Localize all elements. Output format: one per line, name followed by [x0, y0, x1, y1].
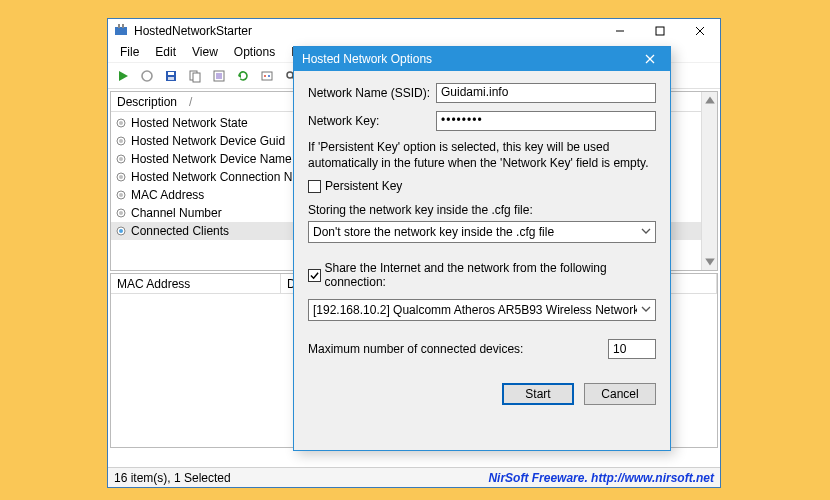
- store-value: Don't store the network key inside the .…: [313, 225, 554, 239]
- statusbar: 16 item(s), 1 Selected NirSoft Freeware.…: [108, 467, 720, 487]
- svg-rect-1: [118, 24, 120, 28]
- dialog-title: Hosted Network Options: [302, 52, 432, 66]
- list-item-label: Hosted Network Device Name: [131, 152, 292, 166]
- share-checkbox[interactable]: Share the Internet and the network from …: [308, 261, 656, 289]
- list-item-label: Channel Number: [131, 206, 222, 220]
- list-item-label: Hosted Network Device Guid: [131, 134, 285, 148]
- menu-view[interactable]: View: [184, 43, 226, 62]
- options-icon[interactable]: [256, 65, 278, 87]
- col-divider: /: [189, 95, 192, 109]
- menu-file[interactable]: File: [112, 43, 147, 62]
- svg-point-31: [119, 157, 123, 161]
- svg-point-8: [142, 71, 152, 81]
- store-label: Storing the network key inside the .cfg …: [308, 203, 656, 217]
- list-item-label: Hosted Network Connection Name: [131, 170, 316, 184]
- adapter-select[interactable]: [192.168.10.2] Qualcomm Atheros AR5B93 W…: [308, 299, 656, 321]
- col-description: Description: [117, 95, 177, 109]
- app-icon: [113, 23, 129, 39]
- radio-icon: [115, 135, 127, 147]
- stop-icon[interactable]: [136, 65, 158, 87]
- list-item-label: Connected Clients: [131, 224, 229, 238]
- adapter-value: [192.168.10.2] Qualcomm Atheros AR5B93 W…: [313, 303, 637, 317]
- dialog-titlebar: Hosted Network Options: [294, 47, 670, 71]
- persistent-label: Persistent Key: [325, 179, 402, 193]
- play-icon[interactable]: [112, 65, 134, 87]
- titlebar: HostedNetworkStarter: [108, 19, 720, 43]
- menu-options[interactable]: Options: [226, 43, 283, 62]
- radio-icon: [115, 171, 127, 183]
- chevron-down-icon: [641, 228, 651, 236]
- maximize-button[interactable]: [640, 19, 680, 43]
- col-mac[interactable]: MAC Address: [111, 274, 281, 293]
- radio-icon: [115, 207, 127, 219]
- properties-icon[interactable]: [208, 65, 230, 87]
- store-select[interactable]: Don't store the network key inside the .…: [308, 221, 656, 243]
- svg-point-21: [268, 75, 270, 77]
- svg-point-39: [119, 229, 123, 233]
- ssid-input[interactable]: Guidami.info: [436, 83, 656, 103]
- dialog-close-button[interactable]: [630, 47, 670, 71]
- svg-rect-11: [168, 77, 174, 80]
- max-label: Maximum number of connected devices:: [308, 342, 608, 356]
- ssid-label: Network Name (SSID):: [308, 86, 436, 100]
- close-button[interactable]: [680, 19, 720, 43]
- window-title: HostedNetworkStarter: [134, 24, 600, 38]
- svg-marker-41: [705, 258, 715, 265]
- svg-point-20: [264, 75, 266, 77]
- radio-icon: [115, 117, 127, 129]
- close-icon: [645, 54, 655, 64]
- key-label: Network Key:: [308, 114, 436, 128]
- svg-rect-2: [122, 24, 124, 28]
- svg-marker-7: [119, 71, 128, 81]
- menu-edit[interactable]: Edit: [147, 43, 184, 62]
- share-label: Share the Internet and the network from …: [325, 261, 656, 289]
- svg-point-35: [119, 193, 123, 197]
- start-button[interactable]: Start: [502, 383, 574, 405]
- persistent-checkbox[interactable]: Persistent Key: [308, 179, 656, 193]
- list-item-label: MAC Address: [131, 188, 204, 202]
- radio-icon: [115, 153, 127, 165]
- svg-rect-0: [115, 27, 127, 35]
- hosted-network-options-dialog: Hosted Network Options Network Name (SSI…: [293, 46, 671, 451]
- persistent-hint: If 'Persistent Key' option is selected, …: [308, 139, 656, 171]
- svg-marker-40: [705, 96, 715, 103]
- status-right: NirSoft Freeware. http://www.nirsoft.net: [488, 471, 714, 485]
- scroll-up-icon[interactable]: [704, 94, 716, 106]
- svg-point-27: [119, 121, 123, 125]
- save-icon[interactable]: [160, 65, 182, 87]
- svg-point-29: [119, 139, 123, 143]
- svg-rect-10: [168, 72, 174, 75]
- svg-point-33: [119, 175, 123, 179]
- scroll-down-icon[interactable]: [704, 256, 716, 268]
- svg-rect-4: [656, 27, 664, 35]
- svg-rect-19: [262, 72, 272, 80]
- radio-icon: [115, 225, 127, 237]
- minimize-button[interactable]: [600, 19, 640, 43]
- list-item-label: Hosted Network State: [131, 116, 248, 130]
- cancel-button[interactable]: Cancel: [584, 383, 656, 405]
- svg-rect-13: [193, 73, 200, 82]
- max-input[interactable]: 10: [608, 339, 656, 359]
- refresh-icon[interactable]: [232, 65, 254, 87]
- status-left: 16 item(s), 1 Selected: [114, 471, 231, 485]
- copy-icon[interactable]: [184, 65, 206, 87]
- chevron-down-icon: [641, 306, 651, 314]
- radio-icon: [115, 189, 127, 201]
- scrollbar-vertical[interactable]: [701, 92, 717, 270]
- svg-point-37: [119, 211, 123, 215]
- key-input[interactable]: ••••••••: [436, 111, 656, 131]
